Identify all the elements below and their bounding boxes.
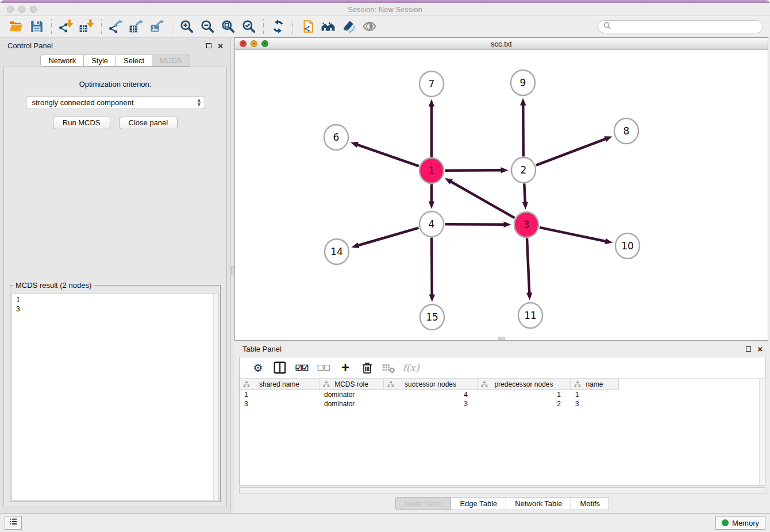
- task-history-button[interactable]: [5, 516, 22, 530]
- network-canvas[interactable]: 7968124314101511: [235, 50, 768, 340]
- window-title: Session: New Session: [0, 5, 770, 14]
- tab-network[interactable]: Network: [40, 55, 84, 67]
- node-table: ⚙☑☑☐☐+f(x) shared nameMCDS rolesuccessor…: [239, 357, 765, 485]
- arrowhead-icon: [500, 167, 508, 173]
- export-image-icon[interactable]: [147, 18, 168, 35]
- deselect-all-icon[interactable]: ☐☐: [313, 359, 334, 376]
- edge-4-15[interactable]: [432, 237, 432, 295]
- import-table-icon[interactable]: [76, 18, 97, 35]
- delete-table-icon[interactable]: [378, 359, 400, 376]
- edge-4-14[interactable]: [357, 228, 418, 246]
- zoom-out-icon[interactable]: [197, 18, 218, 35]
- edge-2-8[interactable]: [536, 138, 606, 165]
- table-close-panel-icon[interactable]: ×: [757, 345, 763, 353]
- column-header-successor-nodes[interactable]: successor nodes: [384, 379, 478, 390]
- toolbar-separator: [101, 19, 102, 34]
- run-mcds-button[interactable]: Run MCDS: [53, 117, 110, 129]
- table-cell[interactable]: 3: [384, 399, 478, 408]
- column-label: name: [586, 380, 603, 388]
- network-bottom-grip[interactable]: [498, 337, 505, 340]
- column-header-shared-name[interactable]: shared name: [240, 379, 319, 390]
- table-cell[interactable]: 1: [240, 390, 319, 399]
- open-session-icon[interactable]: [6, 18, 26, 35]
- arrowhead-icon: [604, 136, 612, 142]
- arrowhead-icon: [429, 99, 434, 107]
- network-minimize-icon[interactable]: −: [251, 40, 257, 47]
- split-panel-icon[interactable]: [269, 359, 291, 376]
- column-header-MCDS-role[interactable]: MCDS role: [319, 379, 384, 390]
- network-maximize-icon[interactable]: +: [261, 40, 268, 47]
- function-builder-icon[interactable]: f(x): [400, 359, 422, 376]
- titlebar[interactable]: Session: New Session: [0, 3, 770, 16]
- zoom-in-icon[interactable]: [176, 18, 197, 35]
- wipe-style-icon[interactable]: [338, 18, 359, 35]
- tab-select[interactable]: Select: [116, 55, 152, 67]
- close-panel-icon[interactable]: ×: [218, 41, 223, 50]
- tab-motifs[interactable]: Motifs: [571, 497, 609, 510]
- home-icon[interactable]: [318, 18, 338, 35]
- table-cell[interactable]: dominator: [319, 399, 384, 408]
- copy-network-icon[interactable]: [297, 18, 318, 35]
- tab-node-table[interactable]: Node Table: [395, 497, 452, 510]
- table-row[interactable]: 1dominator411: [240, 390, 765, 399]
- delete-icon[interactable]: [356, 359, 378, 376]
- tab-mcds[interactable]: MCDS: [152, 55, 190, 67]
- zoom-selected-icon[interactable]: [238, 18, 259, 35]
- edge-3-1[interactable]: [451, 182, 515, 218]
- column-label: shared name: [259, 380, 299, 388]
- table-cell[interactable]: 3: [240, 399, 319, 408]
- float-panel-icon[interactable]: [206, 43, 211, 48]
- add-icon[interactable]: +: [334, 359, 356, 376]
- result-scrollbar[interactable]: [213, 294, 218, 500]
- tab-edge-table[interactable]: Edge Table: [451, 497, 506, 510]
- export-network-icon[interactable]: [106, 18, 126, 35]
- show-hide-icon[interactable]: [359, 18, 380, 35]
- network-close-icon[interactable]: ×: [240, 40, 247, 47]
- edge-3-11[interactable]: [527, 238, 529, 294]
- network-graph[interactable]: 7968124314101511: [235, 50, 768, 340]
- table-cell[interactable]: 2: [478, 399, 571, 408]
- node-label: 9: [520, 77, 526, 88]
- zoom-window-icon[interactable]: [30, 6, 37, 13]
- node-label: 11: [524, 310, 537, 321]
- table-cell[interactable]: 1: [478, 390, 571, 399]
- close-panel-button[interactable]: Close panel: [119, 117, 178, 129]
- criterion-value: strongly connected component: [32, 98, 134, 107]
- edge-2-3[interactable]: [524, 183, 525, 203]
- import-network-icon[interactable]: [56, 18, 76, 35]
- edge-1-2[interactable]: [445, 170, 502, 171]
- column-header-predecessor-nodes[interactable]: predecessor nodes: [478, 379, 571, 390]
- network-window-titlebar[interactable]: × − + scc.txt: [235, 38, 768, 50]
- panel-splitter[interactable]: [230, 37, 234, 513]
- search-field[interactable]: [598, 20, 763, 33]
- table-row[interactable]: 3dominator323: [240, 399, 765, 408]
- edge-3-10[interactable]: [540, 228, 606, 241]
- table-cell[interactable]: 1: [571, 390, 619, 399]
- memory-button[interactable]: Memory: [715, 516, 765, 530]
- tab-network-table[interactable]: Network Table: [506, 497, 571, 510]
- refresh-icon[interactable]: [268, 18, 288, 35]
- select-all-icon[interactable]: ☑☑: [291, 359, 313, 376]
- table-cell[interactable]: dominator: [319, 390, 384, 399]
- settings-icon[interactable]: ⚙: [247, 359, 269, 376]
- edge-1-6[interactable]: [356, 144, 418, 166]
- edge-4-3[interactable]: [445, 224, 505, 225]
- table-scrollbar[interactable]: [759, 379, 765, 485]
- table-float-panel-icon[interactable]: [746, 346, 751, 352]
- node-label: 1: [429, 165, 435, 176]
- close-window-icon[interactable]: [7, 6, 14, 13]
- mcds-result-textarea[interactable]: 13: [11, 293, 219, 500]
- edge-2-9[interactable]: [523, 104, 523, 156]
- save-session-icon[interactable]: [26, 18, 47, 35]
- zoom-fit-icon[interactable]: [218, 18, 238, 35]
- tab-style[interactable]: Style: [84, 55, 116, 67]
- export-table-icon[interactable]: [126, 18, 147, 35]
- minimize-window-icon[interactable]: [18, 6, 25, 13]
- search-input[interactable]: [614, 22, 757, 30]
- column-header-name[interactable]: name: [571, 379, 619, 390]
- criterion-dropdown[interactable]: strongly connected component ∧∨: [26, 96, 205, 109]
- table-cell[interactable]: 4: [384, 390, 478, 399]
- table-cell[interactable]: 3: [571, 399, 619, 408]
- table-horizontal-scrollbar[interactable]: [239, 487, 765, 494]
- optimization-criterion-label: Optimization criterion:: [79, 80, 152, 88]
